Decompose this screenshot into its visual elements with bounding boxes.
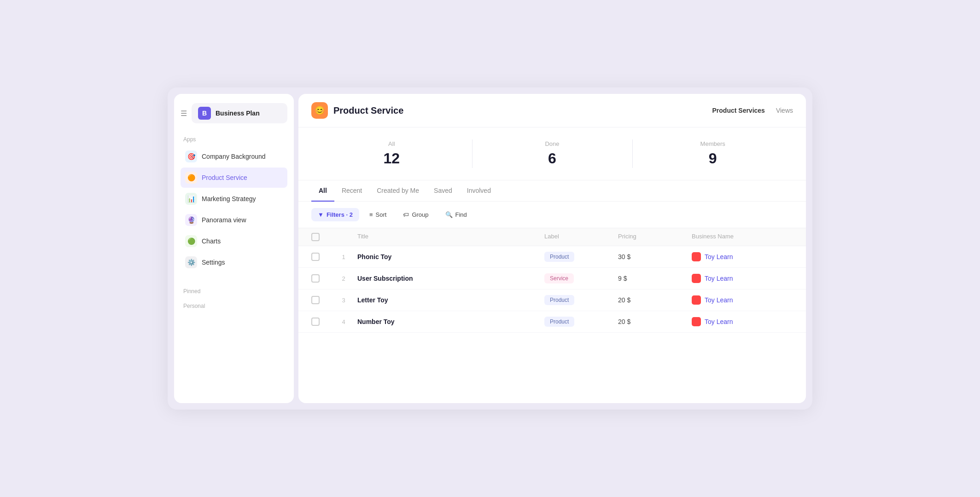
row-number: 1	[330, 254, 357, 260]
col-checkbox	[311, 233, 330, 241]
stat-all-value: 12	[384, 150, 400, 167]
personal-section: Personal	[181, 303, 287, 313]
sidebar-item-label: Product Service	[202, 174, 247, 181]
stats-bar: All 12 Done 6 Members 9	[298, 127, 806, 180]
topbar-nav-product-services[interactable]: Product Services	[712, 107, 765, 114]
sidebar-item-settings[interactable]: ⚙️ Settings	[181, 252, 287, 272]
apps-section-label: Apps	[181, 136, 287, 143]
row-pricing: 20 $	[618, 318, 692, 325]
business-cell: Toy Learn	[692, 317, 793, 326]
tab-all[interactable]: All	[311, 180, 334, 202]
find-button[interactable]: 🔍 Find	[439, 208, 473, 221]
table-header: Title Label Pricing Business Name	[298, 228, 806, 246]
business-name: Toy Learn	[705, 253, 733, 260]
row-pricing: 30 $	[618, 253, 692, 260]
data-table: Title Label Pricing Business Name 1 Phon…	[298, 228, 806, 403]
workspace-badge[interactable]: B Business Plan	[192, 103, 287, 123]
label-badge: Product	[544, 295, 574, 305]
filter-icon: ▼	[318, 211, 324, 218]
charts-icon: 🟢	[185, 235, 197, 247]
row-number: 3	[330, 297, 357, 304]
tabs-row: All Recent Created by Me Saved Involved	[298, 180, 806, 202]
main-content: 😊 Product Service Product Services Views…	[298, 94, 806, 403]
tab-recent[interactable]: Recent	[334, 180, 369, 202]
find-icon: 🔍	[445, 211, 453, 218]
col-title: Title	[357, 233, 544, 241]
topbar: 😊 Product Service Product Services Views	[298, 94, 806, 127]
sidebar-item-label: Marketing Strategy	[202, 195, 256, 202]
topbar-nav-views[interactable]: Views	[776, 107, 793, 114]
business-dot-icon	[692, 274, 701, 283]
label-badge: Product	[544, 317, 574, 327]
personal-label: Personal	[181, 303, 287, 309]
row-checkbox[interactable]	[311, 274, 330, 283]
toolbar: ▼ Filters · 2 ≡ Sort 🏷 Group 🔍 Find	[298, 202, 806, 228]
row-checkbox[interactable]	[311, 296, 330, 304]
company-background-icon: 🎯	[185, 150, 197, 162]
row-pricing: 9 $	[618, 275, 692, 282]
hamburger-icon[interactable]: ☰	[181, 109, 187, 118]
sidebar-item-marketing-strategy[interactable]: 📊 Marketing Strategy	[181, 189, 287, 209]
filter-label: Filters · 2	[327, 211, 353, 218]
sidebar-item-label: Charts	[202, 237, 221, 245]
stat-all: All 12	[311, 136, 472, 172]
col-label: Label	[544, 233, 618, 241]
table-row[interactable]: 3 Letter Toy Product 20 $ Toy Learn	[298, 289, 806, 311]
header-checkbox[interactable]	[311, 233, 320, 241]
stat-members-label: Members	[700, 140, 725, 147]
tab-involved[interactable]: Involved	[460, 180, 498, 202]
business-name: Toy Learn	[705, 275, 733, 282]
row-checkbox[interactable]	[311, 318, 330, 326]
sidebar-header: ☰ B Business Plan	[181, 103, 287, 123]
row-pricing: 20 $	[618, 296, 692, 304]
filter-button[interactable]: ▼ Filters · 2	[311, 208, 359, 221]
business-name: Toy Learn	[705, 296, 733, 304]
page-icon: 😊	[311, 102, 328, 119]
sort-button[interactable]: ≡ Sort	[363, 208, 393, 221]
settings-icon: ⚙️	[185, 256, 197, 268]
row-title: Number Toy	[357, 318, 544, 325]
tab-created-by-me[interactable]: Created by Me	[369, 180, 426, 202]
group-button[interactable]: 🏷 Group	[397, 208, 435, 221]
stat-members-value: 9	[709, 150, 717, 167]
row-title: Phonic Toy	[357, 253, 544, 260]
row-checkbox[interactable]	[311, 253, 330, 261]
table-row[interactable]: 4 Number Toy Product 20 $ Toy Learn	[298, 311, 806, 333]
find-label: Find	[455, 211, 467, 218]
sidebar-item-charts[interactable]: 🟢 Charts	[181, 231, 287, 251]
stat-done-value: 6	[548, 150, 556, 167]
marketing-strategy-icon: 📊	[185, 193, 197, 205]
sort-icon: ≡	[369, 211, 373, 218]
row-number: 4	[330, 318, 357, 325]
row-label: Service	[544, 273, 618, 283]
pinned-section: Pinned	[181, 288, 287, 298]
row-label: Product	[544, 317, 618, 327]
panorama-view-icon: 🔮	[185, 214, 197, 226]
business-cell: Toy Learn	[692, 252, 793, 261]
table-row[interactable]: 1 Phonic Toy Product 30 $ Toy Learn	[298, 246, 806, 268]
stat-done: Done 6	[472, 136, 633, 172]
stat-all-label: All	[388, 140, 395, 147]
row-number: 2	[330, 275, 357, 282]
group-icon: 🏷	[403, 211, 409, 218]
row-title: Letter Toy	[357, 296, 544, 304]
sidebar: ☰ B Business Plan Apps 🎯 Company Backgro…	[174, 94, 294, 403]
table-row[interactable]: 2 User Subscription Service 9 $ Toy Lear…	[298, 268, 806, 289]
row-label: Product	[544, 295, 618, 305]
stat-done-label: Done	[545, 140, 559, 147]
sidebar-item-label: Settings	[202, 259, 225, 266]
business-cell: Toy Learn	[692, 274, 793, 283]
page-title: Product Service	[333, 105, 403, 116]
label-badge: Service	[544, 273, 574, 283]
tab-saved[interactable]: Saved	[426, 180, 460, 202]
topbar-nav: Product Services Views	[712, 107, 793, 114]
sidebar-item-product-service[interactable]: 🟠 Product Service	[181, 168, 287, 188]
sidebar-item-panorama-view[interactable]: 🔮 Panorama view	[181, 210, 287, 230]
pinned-label: Pinned	[181, 288, 287, 295]
sidebar-item-label: Company Background	[202, 153, 266, 160]
workspace-name: Business Plan	[216, 110, 260, 117]
business-dot-icon	[692, 295, 701, 305]
app-container: ☰ B Business Plan Apps 🎯 Company Backgro…	[168, 87, 812, 410]
sidebar-item-company-background[interactable]: 🎯 Company Background	[181, 146, 287, 167]
business-dot-icon	[692, 252, 701, 261]
